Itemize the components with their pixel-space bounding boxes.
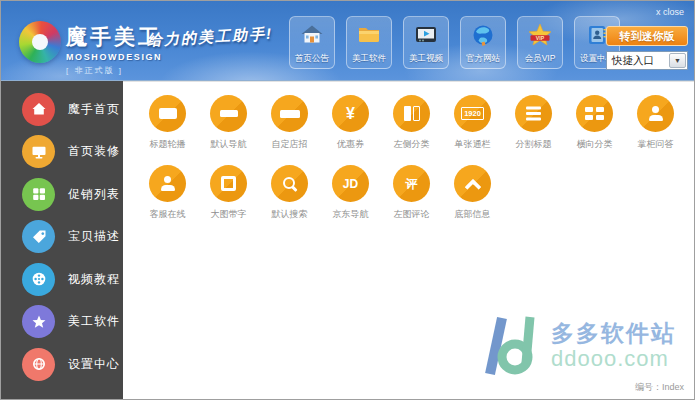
module-label: 客服在线 — [137, 208, 198, 221]
app-subtitle: MOSHOWDESIGN — [66, 52, 162, 62]
app-logo-icon — [19, 21, 61, 63]
divider-lines-icon — [515, 95, 552, 132]
support-person-icon — [149, 165, 186, 202]
module-label: 左图评论 — [381, 208, 442, 221]
nav-item-vip-member[interactable]: VIP 会员VIP — [517, 16, 563, 69]
module-coupon[interactable]: ¥ 优惠券 — [320, 95, 381, 151]
sidebar-item-label: 美工软件 — [68, 313, 120, 330]
module-title-carousel[interactable]: 标题轮播 — [137, 95, 198, 151]
sidebar-item-label: 设置中心 — [68, 356, 120, 373]
module-label: 京东导航 — [320, 208, 381, 221]
home-icon — [300, 21, 324, 49]
nav-label: 美工软件 — [352, 53, 386, 65]
nav-bar-icon — [210, 95, 247, 132]
module-shopkeeper-qa[interactable]: 掌柜问答 — [625, 95, 686, 151]
switch-to-mini-button[interactable]: 转到迷你版 — [606, 26, 688, 46]
home-icon — [22, 93, 55, 126]
sidebar: 魔手首页 首页装修 促销列表 宝贝描述 视频教程 — [1, 81, 123, 400]
quick-entry-value: 快捷入口 — [607, 54, 669, 68]
sidebar-item-item-description[interactable]: 宝贝描述 — [1, 216, 123, 259]
module-label: 自定店招 — [259, 138, 320, 151]
module-default-nav[interactable]: 默认导航 — [198, 95, 259, 151]
module-label: 底部信息 — [442, 208, 503, 221]
module-custom-banner[interactable]: 自定店招 — [259, 95, 320, 151]
close-button[interactable]: x close — [656, 7, 684, 17]
module-horizontal-category[interactable]: 横向分类 — [564, 95, 625, 151]
header: 魔手美工 MOSHOWDESIGN [ 非正式版 ] 给力的美工助手! x cl… — [1, 1, 695, 81]
app-edition: [ 非正式版 ] — [66, 65, 162, 76]
module-label: 横向分类 — [564, 138, 625, 151]
module-full-banner[interactable]: 1920 单张通栏 — [442, 95, 503, 151]
sidebar-item-settings-center[interactable]: 设置中心 — [1, 343, 123, 386]
left-columns-icon — [393, 95, 430, 132]
app-window: 魔手美工 MOSHOWDESIGN [ 非正式版 ] 给力的美工助手! x cl… — [0, 0, 695, 400]
globe-icon — [471, 21, 495, 49]
nav-item-design-video[interactable]: 美工视频 — [403, 16, 449, 69]
quick-entry-dropdown[interactable]: 快捷入口 ▼ — [606, 51, 688, 70]
sidebar-item-label: 魔手首页 — [68, 101, 120, 118]
module-label: 默认导航 — [198, 138, 259, 151]
sidebar-item-label: 视频教程 — [68, 271, 120, 288]
chevron-down-icon[interactable]: ▼ — [669, 53, 686, 68]
module-jd-nav[interactable]: JD 京东导航 — [320, 165, 381, 221]
module-label: 左侧分类 — [381, 138, 442, 151]
sidebar-item-design-software[interactable]: 美工软件 — [1, 301, 123, 344]
sidebar-item-homepage-decorate[interactable]: 首页装修 — [1, 131, 123, 174]
tag-icon — [22, 220, 55, 253]
module-label: 标题轮播 — [137, 138, 198, 151]
banner-icon — [271, 95, 308, 132]
nav-item-home-announcement[interactable]: 首页公告 — [289, 16, 335, 69]
page-id-label: 编号：Index — [635, 381, 684, 394]
carousel-icon — [149, 95, 186, 132]
module-label: 默认搜索 — [259, 208, 320, 221]
nav-item-official-site[interactable]: 官方网站 — [460, 16, 506, 69]
monitor-icon — [22, 135, 55, 168]
film-icon — [22, 263, 55, 296]
vip-star-icon: VIP — [527, 21, 553, 49]
video-icon — [414, 21, 438, 49]
module-left-category[interactable]: 左侧分类 — [381, 95, 442, 151]
person-icon — [637, 95, 674, 132]
vip-badge-text: VIP — [536, 35, 545, 41]
nav-item-design-software[interactable]: 美工软件 — [346, 16, 392, 69]
module-row-2: 客服在线 大图带字 默认搜索 JD 京东导航 评 左图评论 底部信息 — [123, 165, 503, 221]
sidebar-item-video-tutorials[interactable]: 视频教程 — [1, 258, 123, 301]
sidebar-item-promo-list[interactable]: 促销列表 — [1, 173, 123, 216]
sidebar-item-home[interactable]: 魔手首页 — [1, 88, 123, 131]
module-label: 优惠券 — [320, 138, 381, 151]
module-left-image-review[interactable]: 评 左图评论 — [381, 165, 442, 221]
module-label: 分割标题 — [503, 138, 564, 151]
jd-icon: JD — [332, 165, 369, 202]
nav-label: 官方网站 — [466, 53, 500, 65]
module-footer-info[interactable]: 底部信息 — [442, 165, 503, 221]
module-big-image-text[interactable]: 大图带字 — [198, 165, 259, 221]
folder-icon — [357, 21, 381, 49]
module-default-search[interactable]: 默认搜索 — [259, 165, 320, 221]
nav-label: 会员VIP — [525, 53, 556, 65]
sidebar-item-label: 促销列表 — [68, 186, 120, 203]
nav-label: 首页公告 — [295, 53, 329, 65]
module-label: 掌柜问答 — [625, 138, 686, 151]
search-icon — [271, 165, 308, 202]
grid-icon — [22, 178, 55, 211]
module-divider-title[interactable]: 分割标题 — [503, 95, 564, 151]
image-frame-icon — [210, 165, 247, 202]
star-icon — [22, 305, 55, 338]
module-customer-service-online[interactable]: 客服在线 — [137, 165, 198, 221]
module-label: 大图带字 — [198, 208, 259, 221]
nav-label: 美工视频 — [409, 53, 443, 65]
main-content: 标题轮播 默认导航 自定店招 ¥ 优惠券 左侧分类 1920 单张通栏 — [123, 81, 695, 400]
module-label: 单张通栏 — [442, 138, 503, 151]
sidebar-item-label: 首页装修 — [68, 143, 120, 160]
globe-icon — [22, 348, 55, 381]
coupon-icon: ¥ — [332, 95, 369, 132]
module-row-1: 标题轮播 默认导航 自定店招 ¥ 优惠券 左侧分类 1920 单张通栏 — [123, 95, 686, 151]
top-nav: 首页公告 美工软件 美工视频 官方网站 — [289, 16, 620, 69]
sidebar-item-label: 宝贝描述 — [68, 228, 120, 245]
app-slogan: 给力的美工助手! — [147, 25, 274, 51]
horizontal-columns-icon — [576, 95, 613, 132]
chevron-up-icon — [454, 165, 491, 202]
banner-1920-icon: 1920 — [454, 95, 491, 132]
review-icon: 评 — [393, 165, 430, 202]
